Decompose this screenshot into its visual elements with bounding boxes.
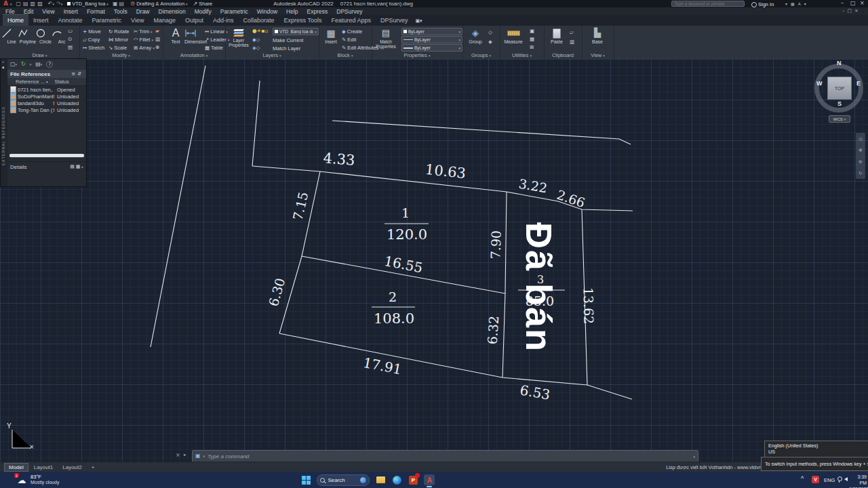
xref-status: Unloaded — [57, 100, 79, 106]
compass-south[interactable]: S — [837, 100, 842, 107]
dim-top1: 4.33 — [323, 150, 355, 168]
autocad-window: A ▾ ▢▤▥▨ ↶▾ ↷▾ VTD_Bang toa ▾ ▣▤ ⚙ Draft… — [0, 0, 868, 488]
active-app-indicator — [427, 486, 432, 487]
compass-north[interactable]: N — [837, 60, 842, 66]
xref-name: Tong-Tan Dan (1) — [18, 107, 53, 113]
image-file-icon — [10, 93, 16, 100]
command-history-chevron-icon[interactable]: ▾ — [203, 454, 205, 458]
col-reference[interactable]: Reference ... — [16, 79, 45, 85]
language-indicator[interactable]: ENG — [824, 477, 835, 483]
search-icon — [320, 478, 325, 483]
compass-east[interactable]: E — [856, 80, 861, 87]
tooltip-code: US — [768, 449, 867, 455]
xref-row[interactable]: tandanll3du ! Unloaded — [7, 100, 86, 106]
bing-ball-icon — [360, 477, 366, 483]
clock[interactable]: 3:39 PM 9/23/2025 — [849, 474, 867, 488]
tab-model[interactable]: Model — [4, 463, 28, 472]
pan-icon[interactable]: ✥ — [859, 148, 863, 153]
palette-title-row: File References ≡⇵ — [7, 70, 86, 78]
details-view-icons[interactable]: ▤▦ — [70, 165, 81, 169]
refresh-chevron-icon[interactable]: ▾ — [30, 62, 32, 66]
weather-condition: Mostly cloudy — [31, 480, 59, 485]
attach-dwg-icon[interactable]: ▢▾ — [10, 62, 17, 67]
edge-browser-icon[interactable] — [391, 474, 402, 485]
horizontal-scrollbar[interactable] — [9, 154, 84, 157]
command-icon[interactable]: ▣ — [195, 453, 201, 459]
commandline-customize-icon[interactable]: ▸ — [184, 453, 186, 458]
sold-overlay-text: Đã bán — [518, 222, 560, 352]
dim-mid-v1: 7.90 — [488, 230, 503, 259]
add-layout-button[interactable]: + — [87, 464, 99, 471]
notification-badge — [415, 473, 420, 478]
ucs-y-label: Y — [7, 422, 12, 430]
orbit-icon[interactable]: ↻ — [859, 171, 863, 176]
dwg-file-icon — [10, 86, 16, 93]
image-file-icon — [10, 106, 16, 113]
xref-status: Unloaded — [57, 94, 79, 100]
parcel-2-number: 2 — [389, 289, 397, 304]
details-empty-area — [7, 171, 86, 186]
command-expand-icon[interactable]: ▴ — [693, 454, 695, 458]
weather-widget[interactable]: ☁ 2 83°F Mostly cloudy — [16, 474, 59, 485]
refresh-icon[interactable]: ↻ — [21, 62, 26, 67]
navigation-bar[interactable]: ◎ ✥ ⊕ ↻ — [856, 133, 865, 179]
file-explorer-icon[interactable] — [375, 474, 386, 485]
tray-v-app-icon[interactable]: V — [812, 476, 819, 483]
autocad-taskbar-icon[interactable]: A — [424, 474, 435, 485]
image-file-icon — [10, 100, 16, 106]
details-expand-icon[interactable]: ▸ — [81, 165, 83, 169]
palette-side-bar[interactable]: « ▪ EXTERNAL REFERENCES — [1, 59, 7, 186]
language-tooltip: English (United States) US — [764, 441, 868, 458]
dim-right: 13.62 — [581, 287, 597, 325]
palette-properties-icon[interactable]: ▪ — [2, 66, 4, 69]
location-pin-stem — [839, 481, 840, 483]
command-line[interactable]: ▣ ▾ Type a command ▴ — [192, 450, 698, 462]
commandline-close-icon[interactable]: × — [176, 453, 180, 458]
tab-layout2[interactable]: Layout2 — [58, 464, 85, 471]
palette-autohide-icon[interactable]: « — [2, 60, 4, 64]
xref-row[interactable]: SoDoPhanManh ! Unloaded — [7, 93, 86, 100]
palette-side-title: EXTERNAL REFERENCES — [1, 106, 5, 165]
command-input[interactable]: Type a command — [208, 453, 690, 460]
palette-body: ▢▾ ↻▾ ▤▾ ? File References ≡⇵ Reference … — [7, 59, 86, 186]
tray-chevron-icon[interactable]: ^ — [801, 475, 804, 482]
nav-wheel-icon[interactable]: ◎ — [859, 136, 863, 142]
weather-icon: ☁ 2 — [16, 474, 27, 485]
viewcube-top-face[interactable]: TOP — [827, 77, 852, 100]
help-icon[interactable]: ? — [46, 61, 53, 68]
viewcube[interactable]: N W E S TOP WCS▾ — [813, 62, 865, 114]
col-status[interactable]: Status — [54, 79, 68, 85]
start-button[interactable] — [300, 474, 311, 485]
wcs-dropdown[interactable]: WCS▾ — [829, 115, 850, 123]
windows-logo-icon — [302, 476, 311, 485]
change-path-icon[interactable]: ▤▾ — [35, 62, 42, 67]
xref-name: 0721 hscn tien,... — [18, 87, 53, 93]
details-header[interactable]: Details ▤▦ ▸ — [7, 161, 86, 171]
external-references-palette: « ▪ EXTERNAL REFERENCES ▢▾ ↻▾ ▤▾ ? File … — [0, 58, 87, 187]
tab-layout1[interactable]: Layout1 — [30, 464, 57, 471]
taskbar-search[interactable]: Search — [317, 474, 370, 486]
dim-mid-v2: 6.32 — [485, 315, 502, 345]
parcel-1-area: 120.0 — [387, 226, 427, 243]
taskbar-time: 3:39 PM — [849, 474, 867, 486]
xref-status: Unloaded — [57, 107, 79, 113]
speaker-icon[interactable] — [844, 477, 848, 481]
zoom-extents-icon[interactable]: ⊕ — [859, 159, 863, 165]
search-label: Search — [328, 477, 357, 483]
xref-row[interactable]: 0721 hscn tien,... Opened — [7, 86, 86, 93]
xref-list-empty-area — [7, 113, 86, 154]
weather-temp: 83°F — [31, 474, 59, 480]
tooltip-hint: To switch input methods, press Windows k… — [765, 461, 868, 467]
details-label: Details — [10, 164, 70, 170]
xref-row[interactable]: Tong-Tan Dan (1) ! Unloaded — [7, 106, 86, 113]
taskbar-center: Search P A — [300, 474, 435, 486]
palette-toolbar: ▢▾ ↻▾ ▤▾ ? — [7, 59, 86, 70]
input-method-tooltip: To switch input methods, press Windows k… — [761, 457, 868, 471]
parcel-2-area: 108.0 — [374, 310, 414, 327]
compass-west[interactable]: W — [816, 80, 823, 87]
xref-name: SoDoPhanManh — [18, 94, 53, 100]
powerpoint-icon[interactable]: P — [408, 474, 418, 485]
weather-badge: 2 — [14, 473, 19, 478]
status-bar: Model Layout1 Layout2 + Lisp được viết b… — [0, 462, 868, 472]
list-view-icons[interactable]: ≡⇵ — [71, 72, 83, 77]
